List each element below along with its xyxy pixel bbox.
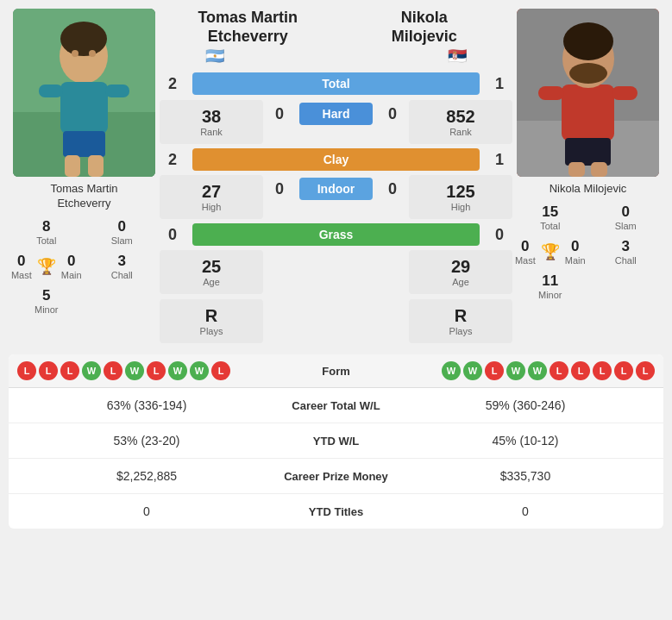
right-minor-label: Minor — [514, 290, 587, 300]
svg-rect-8 — [105, 85, 129, 97]
svg-rect-18 — [538, 86, 564, 100]
ytd-titles-row: 0 YTD Titles 0 — [9, 494, 663, 529]
left-chall-value: 3 — [86, 253, 159, 270]
left-minor-cell: 5 Minor — [9, 284, 85, 318]
right-form-badge-l: L — [571, 361, 590, 380]
right-form-badge-l: L — [550, 361, 568, 380]
indoor-badge: Indoor — [299, 178, 373, 200]
left-rank-box: 38 Rank — [160, 100, 263, 144]
left-plays-label: Plays — [170, 326, 253, 336]
hard-score-right: 0 — [380, 105, 405, 123]
right-form-badge-l: L — [593, 361, 612, 380]
left-ytd-wl: 53% (23-20) — [17, 434, 276, 448]
hard-score-left: 0 — [267, 105, 292, 123]
right-chall-cell: 3 Chall — [588, 235, 664, 269]
left-form-badges: LLLWLWLWWL — [17, 361, 276, 380]
left-age-box: 25 Age — [160, 250, 263, 294]
left-slam-label: Slam — [86, 235, 159, 246]
right-form-badge-w: W — [463, 361, 482, 380]
right-plays-label: Plays — [419, 326, 502, 336]
right-career-wl: 59% (360-246) — [396, 398, 655, 412]
ytd-wl-label: YTD W/L — [276, 435, 396, 448]
clay-badge: Clay — [192, 148, 480, 171]
clay-score-right: 1 — [487, 151, 512, 169]
high-stat-row: 27 High 0 Indoor 0 125 High — [160, 175, 512, 219]
right-plays-box: R Plays — [409, 299, 512, 343]
hard-badge: Hard — [299, 103, 373, 125]
left-form-badge-l: L — [60, 361, 79, 380]
clay-surface-row: 2 Clay 1 — [160, 148, 512, 171]
left-form-badge-w: W — [82, 361, 101, 380]
right-flag: 🇷🇸 — [445, 47, 469, 65]
right-slam-label: Slam — [590, 221, 663, 231]
left-rank-label: Rank — [170, 127, 253, 137]
svg-rect-9 — [63, 131, 105, 157]
left-prize: $2,252,885 — [17, 469, 276, 483]
left-mast-value: 0 — [11, 253, 32, 270]
indoor-surface-row: 0 Indoor 0 — [267, 178, 405, 200]
left-trophy-icon: 🏆 — [37, 257, 56, 276]
grass-score-right: 0 — [487, 226, 512, 244]
left-mast-label: Mast — [11, 270, 32, 280]
svg-point-4 — [72, 50, 79, 57]
total-score-left: 2 — [160, 75, 185, 93]
center-match-stats: Tomas Martin Etcheverry Nikola Milojevic… — [160, 9, 512, 346]
total-score-right: 1 — [487, 75, 512, 93]
left-high-box: 27 High — [160, 175, 263, 219]
bottom-stats-section: LLLWLWLWWL Form WWLWWLLLLL 63% (336-194)… — [9, 354, 663, 529]
right-player-card: Nikola Milojevic 15 Total 0 Slam 0 Mast … — [512, 9, 663, 346]
right-slam-cell: 0 Slam — [588, 200, 664, 235]
career-wl-label: Career Total W/L — [276, 399, 396, 412]
left-rank-value: 38 — [170, 107, 253, 127]
left-form-badge-w: W — [125, 361, 144, 380]
left-total-value: 8 — [10, 218, 83, 235]
form-label: Form — [276, 365, 396, 378]
right-form-badge-w: W — [442, 361, 461, 380]
right-mast-trophy-row: 0 Mast 🏆 0 Main — [512, 235, 588, 269]
right-high-value: 125 — [419, 182, 502, 202]
left-flag: 🇦🇷 — [203, 47, 227, 65]
right-total-value: 15 — [514, 204, 587, 221]
left-chall-cell: 3 Chall — [85, 249, 160, 284]
flags-row: 🇦🇷 🇷🇸 — [160, 47, 512, 65]
svg-point-17 — [569, 63, 607, 84]
right-form-badge-l: L — [636, 361, 655, 380]
right-high-box: 125 High — [409, 175, 512, 219]
svg-rect-19 — [612, 86, 637, 100]
right-player-photo — [517, 9, 659, 177]
left-form-badge-l: L — [39, 361, 58, 380]
right-total-label: Total — [514, 221, 587, 231]
main-container: Tomas Martin Etcheverry 8 Total 0 Slam 0… — [0, 0, 672, 537]
right-rank-box: 852 Rank — [409, 100, 512, 144]
left-chall-label: Chall — [86, 270, 159, 280]
right-high-label: High — [419, 202, 502, 212]
ytd-wl-row: 53% (23-20) YTD W/L 45% (10-12) — [9, 423, 663, 459]
right-main-value: 0 — [565, 238, 586, 255]
svg-rect-6 — [60, 82, 108, 134]
left-ytd-titles: 0 — [17, 504, 276, 518]
right-player-name-center: Nikola Milojevic — [336, 9, 513, 46]
clay-score-left: 2 — [160, 151, 185, 169]
right-plays-value: R — [419, 306, 502, 326]
comparison-section: Tomas Martin Etcheverry 8 Total 0 Slam 0… — [9, 9, 663, 346]
right-minor-cell: 11 Minor — [512, 269, 588, 304]
right-prize: $335,730 — [396, 469, 655, 483]
svg-rect-14 — [562, 85, 614, 141]
grass-surface-row: 0 Grass 0 — [160, 223, 512, 246]
right-form-badges: WWLWWLLLLL — [396, 361, 655, 380]
left-total-cell: 8 Total — [9, 215, 85, 249]
total-badge: Total — [192, 72, 480, 95]
left-minor-value: 5 — [10, 287, 83, 304]
left-age-value: 25 — [170, 257, 253, 277]
left-player-name: Tomas Martin Etcheverry — [50, 182, 117, 211]
right-ytd-wl: 45% (10-12) — [396, 434, 655, 448]
rank-stat-row: 38 Rank 0 Hard 0 852 Rank — [160, 100, 512, 144]
right-chall-label: Chall — [590, 255, 663, 266]
form-row: LLLWLWLWWL Form WWLWWLLLLL — [9, 354, 663, 388]
left-form-badge-l: L — [211, 361, 230, 380]
left-player-photo — [13, 9, 155, 177]
right-minor-value: 11 — [514, 272, 587, 290]
left-form-badge-l: L — [17, 361, 36, 380]
left-slam-value: 0 — [86, 218, 159, 235]
left-form-badge-l: L — [104, 361, 122, 380]
